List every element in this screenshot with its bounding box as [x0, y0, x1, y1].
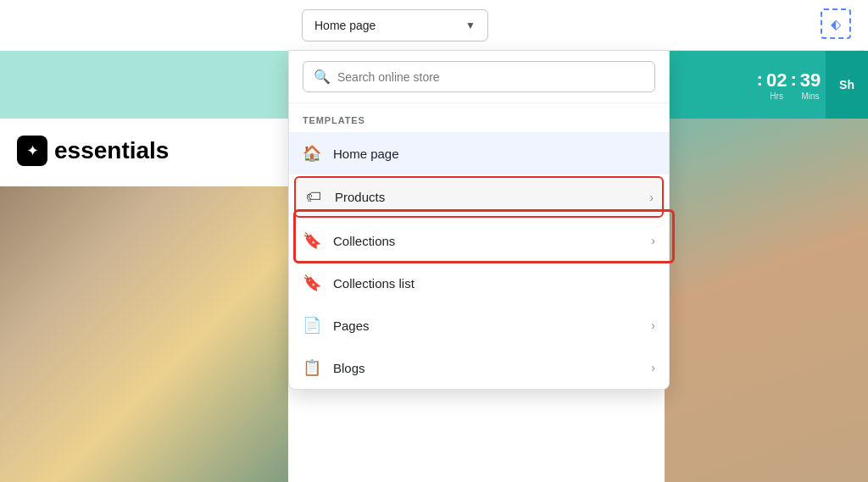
logo-text: essentials — [54, 137, 169, 164]
blog-icon: 📋 — [303, 358, 321, 377]
menu-item-pages-label: Pages — [333, 319, 639, 333]
menu-item-blogs[interactable]: 📋 Blogs › — [289, 346, 669, 389]
chevron-right-icon-4: › — [651, 361, 655, 374]
page-selector-label: Home page — [314, 19, 376, 32]
timer-hours-value: 02 — [766, 69, 787, 91]
dropdown-panel: 🔍 TEMPLATES 🏠 Home page 🏷 Products › 🔖 C… — [288, 51, 670, 390]
menu-item-products-label: Products — [335, 190, 637, 204]
search-icon: 🔍 — [314, 69, 331, 85]
collection-list-icon: 🔖 — [303, 274, 321, 292]
page-icon: 📄 — [303, 316, 321, 335]
menu-item-collections-list[interactable]: 🔖 Collections list — [289, 262, 669, 304]
chevron-right-icon-2: › — [651, 234, 655, 247]
menu-item-collections[interactable]: 🔖 Collections › — [289, 219, 669, 262]
menu-item-blogs-label: Blogs — [333, 361, 639, 375]
chevron-right-icon: › — [649, 191, 654, 204]
chevron-right-icon-3: › — [651, 319, 655, 332]
store-logo-area: ✦ essentials — [17, 136, 169, 166]
timer-mins-value: 39 — [800, 69, 821, 91]
templates-section-label: TEMPLATES — [289, 103, 669, 132]
timer-colon-2: : — [790, 69, 796, 101]
search-input[interactable] — [337, 70, 644, 84]
timer-hours-label: Hrs — [770, 91, 783, 101]
menu-item-collections-list-label: Collections list — [333, 276, 655, 291]
tag-icon: 🏷 — [304, 188, 323, 206]
logo-icon: ✦ — [17, 136, 47, 166]
home-icon: 🏠 — [303, 144, 321, 163]
bg-food-image-left — [0, 186, 288, 482]
timer-colon-1: : — [757, 69, 763, 101]
menu-item-pages[interactable]: 📄 Pages › — [289, 304, 669, 346]
collection-icon: 🔖 — [303, 231, 321, 250]
menu-item-collections-label: Collections — [333, 234, 639, 248]
timer-hours-group: 02 Hrs — [766, 69, 787, 101]
timer-action-button[interactable]: Sh — [826, 51, 868, 119]
search-bar: 🔍 — [289, 51, 669, 103]
page-selector-button[interactable]: Home page ▼ — [302, 9, 488, 42]
dropdown-bar: Home page ▼ ⬖ — [288, 0, 865, 51]
search-input-wrap[interactable]: 🔍 — [303, 61, 655, 92]
store-teal-header — [0, 51, 288, 119]
menu-item-home-label: Home page — [333, 147, 655, 161]
menu-item-home-page[interactable]: 🏠 Home page — [289, 132, 669, 175]
cursor-tool-icon[interactable]: ⬖ — [821, 8, 851, 39]
menu-item-products[interactable]: 🏷 Products › — [294, 176, 664, 218]
timer-mins-label: Mins — [801, 91, 819, 101]
chevron-down-icon: ▼ — [465, 19, 476, 31]
timer-mins-group: 39 Mins — [800, 69, 821, 101]
